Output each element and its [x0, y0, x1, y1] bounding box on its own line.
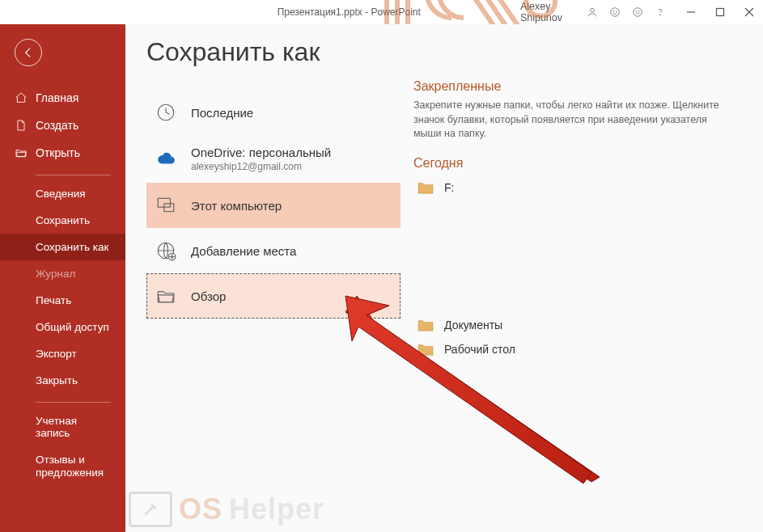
svg-rect-9: [717, 9, 724, 16]
location-onedrive[interactable]: OneDrive: персональный alexeyship12@gmai…: [146, 135, 401, 183]
filename-label: Презентация1.pptx: [278, 6, 362, 18]
close-icon[interactable]: [742, 5, 757, 19]
location-addplace-label: Добавление места: [191, 244, 296, 258]
minimize-icon[interactable]: [684, 5, 698, 19]
folder-icon: [417, 342, 434, 357]
location-recent-label: Последние: [191, 106, 253, 120]
nav-close[interactable]: Закрыть: [0, 367, 125, 394]
pinned-heading: Закрепленные: [413, 79, 734, 94]
svg-point-4: [634, 8, 642, 17]
svg-point-1: [611, 8, 620, 17]
title-bar: Презентация1.pptx - PowerPoint Alexey Sh…: [0, 0, 763, 24]
folder-open-icon: [15, 146, 28, 159]
location-thispc[interactable]: Этот компьютер: [146, 183, 401, 228]
watermark-text1: OS: [179, 492, 223, 526]
nav-open-label: Открыть: [36, 146, 80, 159]
nav-history[interactable]: Журнал: [0, 260, 125, 287]
nav-account[interactable]: Учетная запись: [0, 407, 125, 446]
feedback-smile-icon[interactable]: [609, 5, 621, 19]
today-heading: Сегодня: [413, 156, 734, 171]
watermark-text2: Helper: [229, 492, 324, 526]
help-icon[interactable]: [655, 5, 666, 19]
cloud-icon: [154, 147, 178, 171]
backstage-sidebar: Главная Создать Открыть Сведения Сохрани…: [0, 24, 125, 532]
location-thispc-label: Этот компьютер: [191, 199, 282, 213]
maximize-icon[interactable]: [713, 5, 727, 19]
nav-saveas[interactable]: Сохранить как: [0, 234, 125, 260]
folder-panel: Закрепленные Закрепите нужные папки, что…: [401, 31, 763, 532]
backstage-main: Сохранить как Последние OneDrive: персон…: [125, 24, 763, 532]
nav-new[interactable]: Создать: [0, 112, 125, 139]
location-list: Сохранить как Последние OneDrive: персон…: [125, 31, 401, 532]
pinned-description: Закрепите нужные папки, чтобы легко найт…: [413, 99, 729, 141]
home-icon: [15, 91, 28, 104]
user-icon[interactable]: [587, 5, 598, 19]
folder-f-drive[interactable]: F:: [413, 175, 734, 200]
nav-export[interactable]: Экспорт: [0, 340, 125, 367]
appname-label: PowerPoint: [371, 6, 421, 18]
folder-icon: [417, 318, 434, 332]
location-recent[interactable]: Последние: [146, 90, 401, 135]
nav-feedback[interactable]: Отзывы и предложения: [0, 446, 125, 486]
location-onedrive-label: OneDrive: персональный: [191, 146, 331, 159]
nav-open[interactable]: Открыть: [0, 139, 125, 167]
nav-print[interactable]: Печать: [0, 287, 125, 314]
folder-desktop[interactable]: Рабочий стол: [413, 337, 734, 361]
location-browse-label: Обзор: [191, 289, 226, 303]
location-browse[interactable]: Обзор: [146, 273, 401, 319]
location-onedrive-sub: alexeyship12@gmail.com: [191, 161, 331, 172]
nav-new-label: Создать: [36, 119, 78, 132]
nav-home[interactable]: Главная: [0, 84, 125, 112]
folder-f-label: F:: [444, 181, 454, 194]
nav-home-label: Главная: [36, 91, 78, 104]
globe-plus-icon: [154, 239, 178, 263]
svg-point-3: [616, 11, 617, 11]
folder-desktop-label: Рабочий стол: [444, 343, 515, 356]
nav-save[interactable]: Сохранить: [0, 207, 125, 234]
nav-separator-2: [36, 402, 111, 403]
svg-point-2: [613, 11, 614, 11]
folder-documents[interactable]: Документы: [413, 313, 734, 337]
nav-separator: [36, 175, 111, 175]
user-name: Alexey Shipunov: [520, 1, 575, 23]
svg-point-6: [638, 11, 639, 11]
page-title: Сохранить как: [146, 37, 401, 67]
nav-info[interactable]: Сведения: [0, 180, 125, 207]
feedback-frown-icon[interactable]: [632, 5, 643, 19]
svg-point-0: [591, 8, 595, 12]
clock-icon: [154, 100, 178, 125]
folder-icon: [417, 180, 434, 195]
nav-share[interactable]: Общий доступ: [0, 314, 125, 340]
watermark: OS Helper: [129, 492, 324, 527]
svg-point-5: [636, 11, 637, 11]
folder-documents-label: Документы: [444, 319, 502, 331]
file-icon: [15, 119, 28, 132]
pc-icon: [154, 193, 178, 217]
folder-browse-icon: [154, 284, 178, 308]
location-addplace[interactable]: Добавление места: [146, 228, 401, 273]
svg-point-7: [660, 15, 661, 15]
back-button[interactable]: [15, 39, 42, 66]
window-title: Презентация1.pptx - PowerPoint: [178, 6, 520, 18]
watermark-cursor-icon: [129, 492, 172, 527]
